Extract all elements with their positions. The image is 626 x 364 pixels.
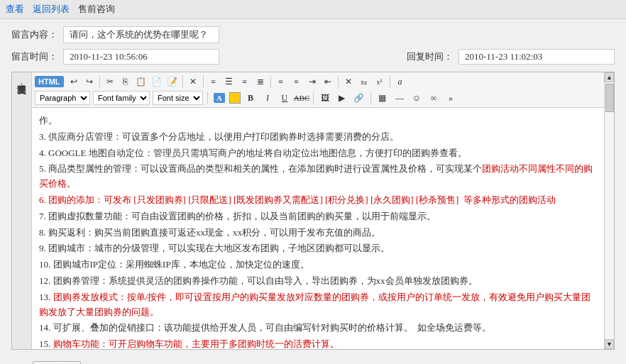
- divider1: [99, 75, 100, 88]
- content-line-1: 3. 供应商分店管理：可设置多个分店地址，以便用户打印团购券时选择需要消费的分店…: [39, 130, 597, 145]
- reply-time-section: 回复时间： 2010-11-23 11:02:03: [407, 49, 615, 65]
- toolbar-special-char[interactable]: ∞: [427, 91, 441, 105]
- paragraph-select[interactable]: Paragraph: [35, 91, 90, 105]
- toolbar-highlight[interactable]: [229, 92, 241, 104]
- toolbar-flash[interactable]: ▶: [335, 91, 349, 105]
- toolbar-justify[interactable]: ≣: [253, 75, 268, 89]
- toolbar-ol[interactable]: ≡: [274, 75, 288, 89]
- toolbar-subscript[interactable]: x₂: [357, 75, 371, 89]
- toolbar-redo[interactable]: ↪: [82, 75, 97, 89]
- nav-current: 售前咨询: [78, 3, 115, 16]
- toolbar-row1: HTML ↩ ↪ ✂ ⎘ 📋 📄 📝 ✕ ≡ ☰ ≡: [35, 75, 601, 89]
- divider4: [270, 75, 271, 88]
- toolbar-undo[interactable]: ↩: [67, 75, 81, 89]
- reply-time-value: 2010-11-23 11:02:03: [458, 49, 615, 65]
- time-value: 2010-11-23 10:56:06: [63, 49, 219, 65]
- toolbar-more[interactable]: »: [444, 91, 458, 105]
- toolbar-link[interactable]: 🔗: [352, 91, 366, 105]
- nav-view-link[interactable]: 查看: [6, 3, 24, 16]
- divider8: [313, 92, 314, 104]
- toolbar-underline[interactable]: U: [278, 91, 292, 105]
- toolbar-paste[interactable]: 📋: [134, 75, 148, 89]
- content-line-11: 14. 可扩展、叠加的促销接口：该功能提供给开发人员，可自由编写针对购买时的价格…: [39, 321, 597, 336]
- toolbar-table[interactable]: ▦: [375, 91, 390, 105]
- content-line-5: 7. 团购虚拟数量功能：可自由设置团购的价格，折扣，以及当前团购的购买量，以用于…: [39, 209, 597, 224]
- scrollbar-thumb[interactable]: [605, 84, 614, 112]
- toolbar-strikethrough[interactable]: ✕: [341, 75, 356, 89]
- scrollbar-track: [605, 82, 614, 339]
- divider5: [338, 75, 339, 88]
- time-label: 留言时间：: [11, 50, 57, 63]
- toolbar-abc-strikethrough[interactable]: ABC: [295, 91, 309, 105]
- content-line-10: 13. 团购券发放模式：按单/按件，即可设置按用户的购买量发放对应数量的团购券，…: [39, 290, 597, 320]
- font-size-select[interactable]: Font size: [153, 91, 203, 105]
- divider9: [370, 92, 371, 104]
- page-container: 查看 返回列表 售前咨询 留言内容： 请问，这个系统的优势在哪里呢？ 留言时间：…: [0, 0, 626, 364]
- toolbar-cut[interactable]: ✂: [103, 75, 117, 89]
- editor-left-label: 管理员回复：: [12, 72, 32, 349]
- toolbar-remove-format[interactable]: ✕: [186, 75, 200, 89]
- divider6: [390, 75, 390, 88]
- toolbar-paste-word[interactable]: 📝: [165, 75, 180, 89]
- divider2: [182, 75, 183, 88]
- scrollbar-up-btn[interactable]: ▲: [605, 72, 614, 82]
- top-nav: 查看 返回列表 售前咨询: [0, 0, 626, 19]
- editor-scrollbar: ▲ ▼: [604, 72, 614, 349]
- message-row: 留言内容： 请问，这个系统的优势在哪里呢？: [11, 26, 615, 43]
- time-row: 留言时间： 2010-11-23 10:56:06 回复时间： 2010-11-…: [11, 49, 615, 65]
- toolbar-paste-text[interactable]: 📄: [150, 75, 164, 89]
- main-content: 留言内容： 请问，这个系统的优势在哪里呢？ 留言时间： 2010-11-23 1…: [0, 19, 626, 364]
- toolbar-copy[interactable]: ⎘: [119, 75, 133, 89]
- toolbar-emoji[interactable]: ☺: [410, 91, 424, 105]
- divider3: [203, 75, 204, 88]
- edit-button[interactable]: 编辑: [33, 361, 81, 364]
- content-line-7: 9. 团购城市：城市的分级管理，可以实现在大地区发布团购，子地区团购都可以显示。: [39, 241, 597, 256]
- message-label: 留言内容：: [11, 28, 57, 41]
- content-line-6: 8. 购买返利：购买当前团购直接可返还xx现金，xx积分，可以用于发布充值的商品…: [39, 226, 597, 241]
- message-value: 请问，这个系统的优势在哪里呢？: [63, 26, 219, 43]
- toolbar-superscript[interactable]: x²: [373, 75, 387, 89]
- toolbar: HTML ↩ ↪ ✂ ⎘ 📋 📄 📝 ✕ ≡ ☰ ≡: [32, 72, 604, 108]
- content-line-2: 4. GOOGLE 地图自动定位：管理员只需填写商户的地址将自动定位出地图信息，…: [39, 146, 597, 161]
- nav-back-link[interactable]: 返回列表: [33, 3, 70, 16]
- reply-time-label: 回复时间：: [407, 50, 453, 63]
- content-line-4: 6. 团购的添加：可发布 [只发团购券] [只限配送] [既发团购券又需配送] …: [39, 193, 597, 208]
- toolbar-align-left[interactable]: ≡: [207, 75, 221, 89]
- content-line-0: 作。: [39, 114, 597, 128]
- toolbar-bold[interactable]: B: [243, 91, 258, 105]
- content-area[interactable]: 作。 3. 供应商分店管理：可设置多个分店地址，以便用户打印团购券时选择需要消费…: [32, 108, 604, 349]
- toolbar-align-right[interactable]: ≡: [238, 75, 252, 89]
- toolbar-align-center[interactable]: ☰: [222, 75, 236, 89]
- content-line-12: 15. 购物车功能：可开启购物车功能，主要用于多团购时统一的活费计算。: [39, 337, 597, 349]
- toolbar-row2: Paragraph Font family Font size A B I: [35, 91, 601, 105]
- content-line-3: 5. 商品类型属性的管理：可以设置商品的类型和相关的属性，在添加团购时进行设置属…: [39, 162, 597, 192]
- toolbar-ul[interactable]: ≡: [290, 75, 304, 89]
- editor-main: HTML ↩ ↪ ✂ ⎘ 📋 📄 📝 ✕ ≡ ☰ ≡: [32, 72, 604, 349]
- font-family-select[interactable]: Font family: [93, 91, 150, 105]
- toolbar-image[interactable]: 🖼: [318, 91, 332, 105]
- bottom-bar: 编辑: [11, 357, 615, 364]
- toolbar-hr[interactable]: —: [392, 91, 407, 105]
- html-badge: HTML: [35, 76, 64, 87]
- scrollbar-down-btn[interactable]: ▼: [605, 339, 614, 349]
- toolbar-outdent[interactable]: ⇤: [321, 75, 335, 89]
- toolbar-a-label: A: [214, 93, 225, 103]
- toolbar-spellcheck[interactable]: a: [393, 75, 407, 89]
- editor-wrapper: 管理员回复： HTML ↩ ↪ ✂ ⎘ 📋 📄 📝: [11, 72, 615, 350]
- toolbar-indent[interactable]: ⇥: [305, 75, 319, 89]
- content-line-8: 10. 团购城市IP定位：采用蜘蛛IP库，本地定位，加快定位的速度。: [39, 258, 597, 272]
- toolbar-italic[interactable]: I: [260, 91, 275, 105]
- content-line-9: 12. 团购券管理：系统提供灵活的团购券操作功能，可以自由导入，导出团购券，为x…: [39, 274, 597, 289]
- divider7: [207, 92, 208, 104]
